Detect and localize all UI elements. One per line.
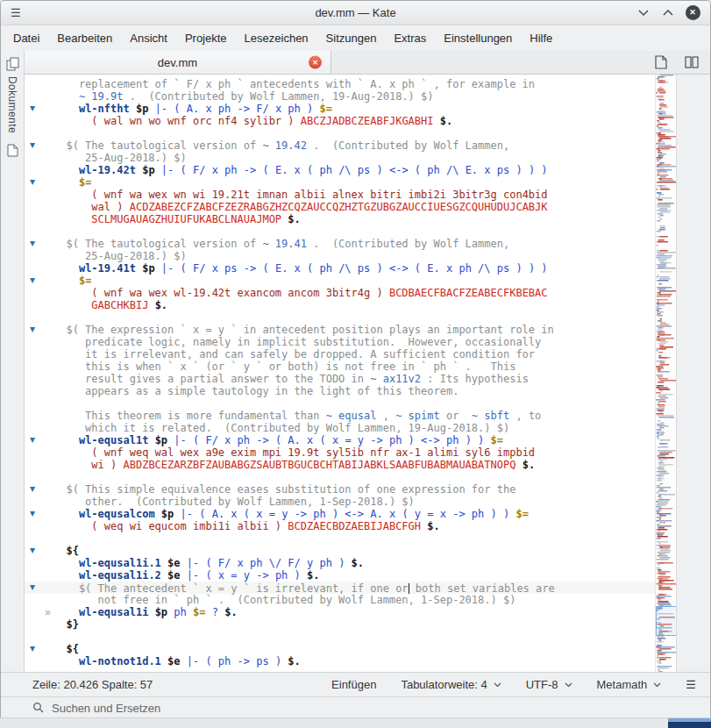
code-line[interactable]: ▾ ${ xyxy=(25,545,655,557)
code-line[interactable] xyxy=(25,397,655,410)
code-line[interactable]: other. (Contributed by Wolf Lammen, 1-Se… xyxy=(25,496,655,508)
code-line[interactable]: ▾ $( The tautological version of ~ 19.42… xyxy=(25,139,655,152)
code-line[interactable]: ▾ ${ xyxy=(25,643,655,655)
code-line[interactable]: ( wnf wa wex wl-19.42t exancom ancom 3bi… xyxy=(25,287,655,299)
fold-expanded-icon[interactable]: ▾ xyxy=(30,175,35,188)
title-bar[interactable]: ☰ dev.mm — Kate ✕ xyxy=(1,1,710,25)
code-line[interactable]: SCLMUGAUAGZHUIUFUKABCLNAUAJMOP $. xyxy=(25,213,655,225)
tab-close-button[interactable]: ✕ xyxy=(309,56,322,69)
code-line[interactable]: ~ 19.9t . (Contributed by Wolf Lammen, 1… xyxy=(25,90,655,103)
code-line[interactable]: this is when ` x ` (or ` y ` or both) is… xyxy=(25,360,655,373)
code-line[interactable]: This theorem is more fundamental than ~ … xyxy=(25,410,655,422)
fold-marker[interactable]: ▾ xyxy=(25,483,53,496)
minimize-button[interactable] xyxy=(636,5,651,21)
code-line[interactable]: result gives a partial answer to the TOD… xyxy=(25,373,655,385)
search-replace-toolbar-button[interactable]: Suchen und Ersetzen xyxy=(1,696,710,717)
code-line[interactable]: wi ) ABDZBCEZARZBFZAUBABGZSAUBTBGUCBCHTA… xyxy=(25,459,655,471)
statusbar-menu-icon[interactable]: ☰ xyxy=(686,678,696,691)
fold-marker[interactable]: ▾ xyxy=(25,582,53,594)
menu-ansicht[interactable]: Ansicht xyxy=(121,25,176,51)
code-line[interactable]: appears as a simple tautology in the lig… xyxy=(25,385,655,397)
code-line[interactable]: wl-19.41t $p |- ( F/ x ps -> ( E. x ( ph… xyxy=(25,262,655,275)
fold-marker[interactable]: ▾ xyxy=(25,275,53,287)
fold-marker[interactable]: ▾ xyxy=(25,434,53,446)
code-line[interactable]: » wl-equsal1i $p ph $= ? $. xyxy=(25,606,655,618)
code-line[interactable]: predicate logic, namely in implicit subs… xyxy=(25,336,655,348)
fold-marker[interactable]: ▾ xyxy=(25,238,53,250)
code-line[interactable]: wl-equsal1i.2 $e |- ( x = y -> ph ) $. xyxy=(25,569,655,582)
fold-expanded-icon[interactable]: ▾ xyxy=(30,544,35,556)
encoding-selector[interactable]: UTF-8 xyxy=(526,678,572,691)
fold-marker[interactable]: ▾ xyxy=(25,176,53,189)
minimap-viewport-indicator[interactable] xyxy=(656,606,678,636)
app-menu-icon[interactable]: ☰ xyxy=(11,7,21,18)
code-line[interactable] xyxy=(25,532,655,545)
code-line[interactable]: wl-equsal1i.1 $e |- ( F/ x ph \/ F/ y ph… xyxy=(25,557,655,569)
code-line[interactable]: ▾ wl-equsal1t $p |- ( F/ x ph -> ( A. x … xyxy=(25,434,655,446)
fold-expanded-icon[interactable]: ▾ xyxy=(30,433,35,446)
editor-area[interactable]: replacement of ` F/ x ph ` antecedents w… xyxy=(25,75,678,672)
menu-sitzungen[interactable]: Sitzungen xyxy=(317,25,386,51)
code-line[interactable] xyxy=(25,127,655,139)
code-line[interactable]: it is irrelevant, and can safely be drop… xyxy=(25,348,655,360)
insert-mode-indicator[interactable]: Einfügen xyxy=(331,678,376,691)
fold-marker[interactable]: ▾ xyxy=(25,508,53,520)
code-line[interactable]: wl-notnot1d.1 $e |- ( ph -> ps ) $. xyxy=(25,655,655,667)
split-view-button[interactable] xyxy=(682,54,701,71)
menu-extras[interactable]: Extras xyxy=(385,25,435,51)
menu-lesezeichen[interactable]: Lesezeichen xyxy=(236,25,317,51)
code-line[interactable]: 25-Aug-2018.) $) xyxy=(25,250,655,262)
code-line[interactable]: replacement of ` F/ x ph ` antecedents w… xyxy=(25,78,655,90)
code-line[interactable]: ▾ $( This simple equivalence eases subst… xyxy=(25,483,655,496)
code-line[interactable]: not free in ` ph ` . (Contributed by Wol… xyxy=(25,594,655,606)
menu-hilfe[interactable]: Hilfe xyxy=(521,25,561,51)
fold-expanded-icon[interactable]: ▾ xyxy=(30,139,35,151)
code-line[interactable]: wal ) ACDZABEZCFZABCFZEZRABGZHZCQZAUCCQZ… xyxy=(25,201,655,213)
tab-width-selector[interactable]: Tabulatorweite: 4 xyxy=(401,678,501,691)
fold-expanded-icon[interactable]: ▾ xyxy=(30,642,35,654)
code-line[interactable]: ▾ wl-nftht $p |- ( A. x ph -> F/ x ph ) … xyxy=(25,103,655,115)
close-button[interactable]: ✕ xyxy=(685,5,700,21)
code-line[interactable]: ▾ $( The antecedent ` x = y ` is irrelev… xyxy=(25,582,655,594)
code-line[interactable] xyxy=(25,471,655,483)
fold-marker[interactable]: ▾ xyxy=(25,139,53,152)
code-line[interactable]: ▾ $( The expression ` x = y ` in anteced… xyxy=(25,324,655,336)
fold-marker[interactable]: ▾ xyxy=(25,643,53,655)
code-line[interactable]: GABCHKBIJ $. xyxy=(25,299,655,311)
fold-expanded-icon[interactable]: ▾ xyxy=(30,237,35,249)
code-line[interactable]: which it is related. (Contributed by Wol… xyxy=(25,422,655,434)
cursor-position[interactable]: Zeile: 20.426 Spalte: 57 xyxy=(32,678,153,691)
fold-expanded-icon[interactable]: ▾ xyxy=(30,507,35,519)
code-line[interactable]: ▾ $( The tautological version of ~ 19.41… xyxy=(25,238,655,250)
code-line[interactable]: ( wnf wa wex wn wi 19.21t imnan albii al… xyxy=(25,189,655,201)
menu-einstellungen[interactable]: Einstellungen xyxy=(435,25,521,51)
menu-bearbeiten[interactable]: Bearbeiten xyxy=(48,25,121,51)
fold-expanded-icon[interactable]: ▾ xyxy=(30,482,35,495)
code-line[interactable]: 25-Aug-2018.) $) xyxy=(25,152,655,164)
filesystem-tool-button[interactable] xyxy=(7,144,18,160)
documents-tool-button[interactable]: Dokumente xyxy=(6,57,19,133)
fold-expanded-icon[interactable]: ▾ xyxy=(30,274,35,286)
fold-marker[interactable]: ▾ xyxy=(25,545,53,557)
code-line[interactable]: $} xyxy=(25,618,655,631)
menu-projekte[interactable]: Projekte xyxy=(176,25,236,51)
code-line[interactable]: ▾ $= xyxy=(25,275,655,287)
code-line[interactable] xyxy=(25,225,655,238)
menu-datei[interactable]: Datei xyxy=(4,25,48,51)
fold-expanded-icon[interactable]: ▾ xyxy=(30,323,35,335)
minimap-scrollbar[interactable] xyxy=(655,75,678,672)
fold-marker[interactable]: ▾ xyxy=(25,324,53,336)
maximize-button[interactable] xyxy=(660,5,676,21)
code-line[interactable] xyxy=(25,311,655,324)
tab-devmm[interactable]: dev.mm ✕ xyxy=(25,51,331,74)
fold-expanded-icon[interactable]: ▾ xyxy=(30,581,35,593)
code-line[interactable]: ( wal wn wo wnf orc nf4 sylibr ) ABCZJAD… xyxy=(25,115,655,127)
fold-expanded-icon[interactable]: ▾ xyxy=(30,102,35,114)
syntax-selector[interactable]: Metamath xyxy=(597,678,662,691)
fold-marker[interactable]: ▾ xyxy=(25,103,53,115)
code-line[interactable]: wl-19.42t $p |- ( F/ x ph -> ( E. x ( ph… xyxy=(25,164,655,176)
code-line[interactable]: ( wnf weq wal wex a9e exim mpi 19.9t syl… xyxy=(25,446,655,459)
new-document-button[interactable] xyxy=(651,54,670,71)
code-line[interactable] xyxy=(25,631,655,643)
code-line[interactable]: ▾ $= xyxy=(25,176,655,189)
